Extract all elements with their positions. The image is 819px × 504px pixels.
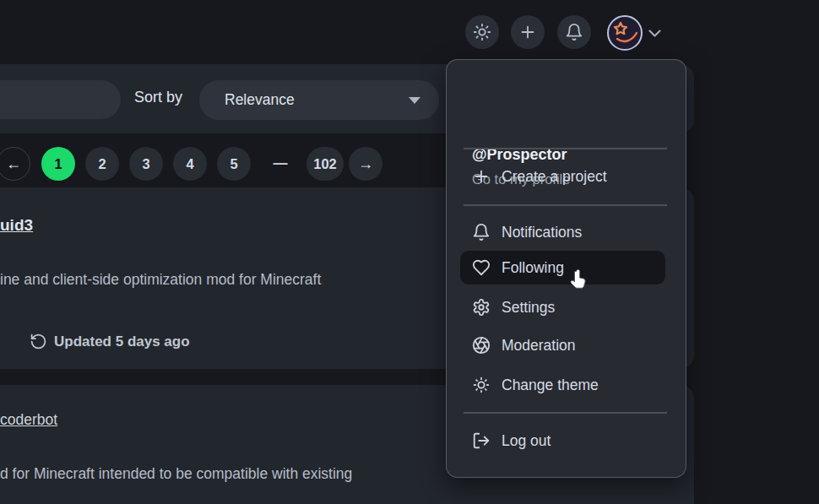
sort-by-label: Sort by — [134, 89, 182, 106]
bell-icon — [565, 23, 583, 41]
project-title-link[interactable]: uid3 — [0, 216, 33, 235]
arrow-left-icon: ← — [6, 155, 21, 173]
pagination-page-4[interactable]: 4 — [173, 147, 207, 181]
menu-item-label: Moderation — [502, 337, 576, 355]
logout-icon — [472, 431, 491, 450]
chevron-down-icon[interactable] — [648, 30, 661, 38]
pagination-next-button[interactable]: → — [349, 147, 382, 181]
user-dropdown-menu: @Prospector Go to my profile Create a pr… — [446, 59, 686, 478]
menu-item-moderation[interactable]: Moderation — [447, 328, 686, 362]
project-updated-text: Updated 5 days ago — [54, 333, 190, 350]
bell-icon — [472, 223, 491, 241]
aperture-icon — [472, 336, 491, 355]
project-description: d for Minecraft intended to be compatibl… — [0, 465, 352, 483]
avatar-shooting-star-icon — [606, 14, 643, 51]
sun-icon — [472, 376, 491, 394]
user-avatar[interactable] — [606, 14, 643, 51]
pagination-page-5[interactable]: 5 — [217, 147, 251, 181]
project-updated: Updated 5 days ago — [30, 333, 190, 350]
menu-item-change-theme[interactable]: Change theme — [447, 368, 686, 402]
arrow-right-icon: → — [358, 155, 373, 173]
create-project-button[interactable] — [511, 15, 545, 49]
plus-icon — [518, 23, 537, 41]
gear-icon — [472, 298, 491, 317]
modrinth-search-page: Sort by Relevance ← 1 2 3 4 5 — 102 → ui… — [0, 0, 819, 504]
project-description: ine and client-side optimization mod for… — [0, 271, 321, 289]
pagination-page-last[interactable]: 102 — [306, 147, 344, 181]
menu-item-create-project[interactable]: Create a project — [447, 160, 686, 193]
menu-divider — [464, 204, 667, 206]
plus-icon — [472, 167, 491, 186]
sort-select-value: Relevance — [225, 91, 295, 109]
pagination-gap: — — [267, 147, 294, 181]
menu-divider — [464, 148, 667, 149]
theme-toggle-button[interactable] — [465, 15, 499, 49]
pagination-page-2[interactable]: 2 — [85, 147, 119, 181]
caret-down-icon — [409, 97, 420, 104]
menu-item-following[interactable]: Following — [447, 251, 686, 285]
pagination-page-3[interactable]: 3 — [129, 147, 163, 181]
pagination-page-1[interactable]: 1 — [41, 147, 75, 181]
menu-divider — [464, 412, 667, 414]
sun-icon — [473, 23, 491, 41]
menu-item-label: Log out — [502, 432, 551, 450]
sort-select[interactable]: Relevance — [199, 80, 439, 120]
project-author-link[interactable]: coderbot — [0, 411, 57, 429]
menu-item-settings[interactable]: Settings — [447, 290, 686, 324]
menu-item-label: Settings — [502, 299, 555, 317]
menu-item-label: Following — [502, 259, 564, 277]
hand-cursor-icon — [567, 268, 589, 294]
pagination-prev-button[interactable]: ← — [0, 147, 30, 181]
heart-icon — [472, 258, 491, 277]
menu-item-notifications[interactable]: Notifications — [447, 215, 686, 249]
notifications-button[interactable] — [557, 15, 591, 49]
search-input[interactable] — [0, 80, 121, 119]
menu-item-label: Notifications — [502, 224, 582, 241]
menu-item-label: Change theme — [502, 377, 599, 394]
menu-item-label: Create a project — [502, 168, 607, 186]
refresh-icon — [30, 333, 47, 350]
menu-item-logout[interactable]: Log out — [447, 424, 686, 458]
